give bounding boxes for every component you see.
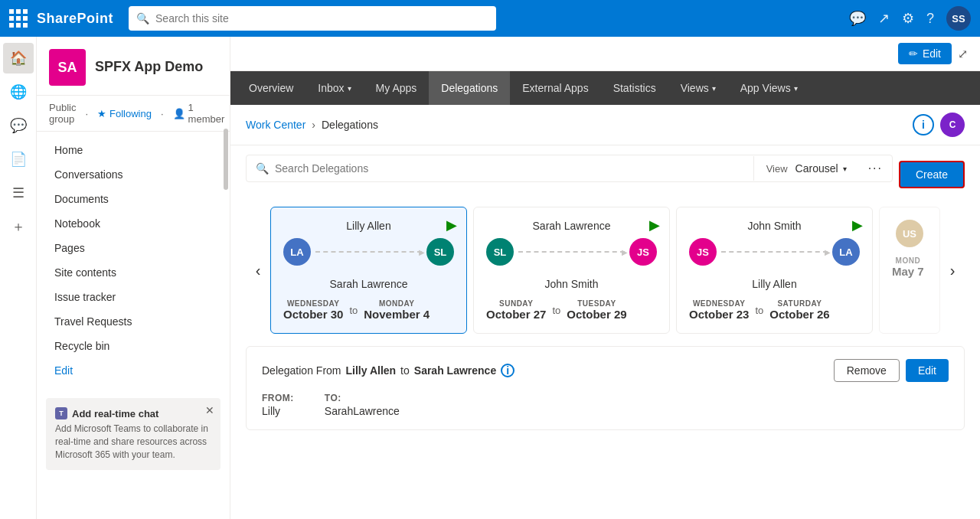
flow-line-2: ▶ — [518, 251, 625, 253]
edit-button[interactable]: ✏ Edit — [898, 43, 952, 64]
card-4-dates: MOND May 7 — [892, 256, 927, 278]
sidebar-item-documents[interactable]: Documents — [37, 187, 230, 211]
share-icon[interactable]: ↗ — [878, 10, 890, 27]
edit-pencil-icon: ✏ — [909, 47, 918, 60]
play-icon-2: ▶ — [649, 217, 660, 233]
user-avatar[interactable]: SS — [946, 6, 971, 31]
delegation-detail: Delegation From Lilly Allen to Sarah Law… — [246, 346, 965, 430]
app-nav: Overview Inbox ▾ My Apps Delegations Ext… — [230, 71, 980, 105]
globe-icon-bar[interactable]: 🌐 — [3, 77, 34, 107]
from-field-value: Lilly — [262, 405, 294, 417]
search-view-bar: 🔍 View Carousel ▾ ··· — [246, 155, 893, 182]
site-title: SPFX App Demo — [95, 59, 203, 76]
nav-external-apps[interactable]: External Apps — [510, 71, 600, 105]
list-icon-bar[interactable]: ☰ — [3, 178, 34, 208]
delegation-flow-2: SL ▶ JS — [486, 238, 657, 266]
expand-icon[interactable]: ⤢ — [958, 47, 968, 61]
help-icon[interactable]: ? — [926, 11, 934, 27]
detail-info-icon[interactable]: i — [501, 364, 514, 377]
card-1-dates: WEDNESDAY October 30 to MONDAY November … — [283, 299, 454, 321]
create-button[interactable]: Create — [899, 161, 965, 188]
sidebar-item-conversations[interactable]: Conversations — [37, 162, 230, 187]
breadcrumb-bar: Work Center › Delegations i C — [230, 105, 980, 145]
sidebar-item-issue-tracker[interactable]: Issue tracker — [37, 285, 230, 309]
icon-bar: 🏠 🌐 💬 📄 ☰ ＋ — [0, 37, 37, 519]
card-3-dates: WEDNESDAY October 23 to SATURDAY October… — [689, 299, 860, 321]
flow-line-1: ▶ — [315, 251, 422, 253]
doc-icon-bar[interactable]: 📄 — [3, 144, 34, 175]
main-topbar: ✏ Edit ⤢ — [230, 37, 980, 71]
sidebar-scrollbar — [224, 129, 228, 190]
detail-actions: Remove Edit — [834, 359, 949, 382]
sidebar-item-notebook[interactable]: Notebook — [37, 211, 230, 236]
sidebar-item-home[interactable]: Home — [37, 138, 230, 162]
chat-icon-bar[interactable]: 💬 — [3, 110, 34, 141]
person-icon: 👤 — [173, 108, 185, 119]
notification-title: T Add real-time chat — [55, 407, 211, 419]
detail-edit-button[interactable]: Edit — [906, 359, 949, 382]
home-icon-bar[interactable]: 🏠 — [3, 43, 34, 73]
following-button[interactable]: ★ Following — [97, 108, 152, 119]
detail-label: Delegation From — [262, 364, 341, 377]
card-2-to: to — [552, 305, 560, 316]
view-dropdown-icon: ▾ — [843, 165, 847, 173]
nav-app-views[interactable]: App Views ▾ — [728, 71, 810, 105]
card-2-start: SUNDAY October 27 — [486, 299, 546, 321]
carousel-right-arrow[interactable]: › — [940, 258, 965, 282]
nav-overview[interactable]: Overview — [237, 71, 305, 105]
card-1-to-name: Sarah Lawrence — [283, 278, 454, 290]
play-icon-3: ▶ — [852, 217, 863, 233]
sidebar-item-site-contents[interactable]: Site contents — [37, 260, 230, 285]
settings-icon[interactable]: ⚙ — [902, 10, 914, 27]
view-selector[interactable]: View Carousel ▾ — [754, 156, 859, 181]
sidebar-item-recycle-bin[interactable]: Recycle bin — [37, 334, 230, 358]
app-views-dropdown-icon: ▾ — [794, 84, 798, 93]
member-info: 👤 1 member — [173, 102, 225, 125]
flow-arrow-1: ▶ — [419, 248, 425, 256]
add-icon-bar[interactable]: ＋ — [3, 211, 34, 242]
notification-close-icon[interactable]: ✕ — [205, 404, 214, 416]
inbox-dropdown-icon: ▾ — [348, 84, 351, 93]
card-3-to-name: Lilly Allen — [689, 278, 860, 290]
sidebar-item-pages[interactable]: Pages — [37, 236, 230, 260]
detail-from: Lilly Allen — [346, 364, 397, 377]
info-icon[interactable]: i — [913, 114, 934, 135]
teams-icon: T — [55, 407, 67, 419]
view-value: Carousel — [795, 162, 838, 175]
nav-my-apps[interactable]: My Apps — [364, 71, 430, 105]
sidebar-notification: ✕ T Add real-time chat Add Microsoft Tea… — [46, 398, 220, 470]
flow-arrow-2: ▶ — [622, 248, 628, 256]
following-label: Following — [109, 108, 152, 119]
delegation-card-2[interactable]: ▶ Sarah Lawrence SL ▶ JS John Smith — [473, 207, 670, 334]
carousel-left-arrow[interactable]: ‹ — [246, 258, 270, 282]
delegations-search-input[interactable] — [275, 162, 744, 175]
breadcrumb: Work Center › Delegations — [246, 119, 378, 131]
top-nav-right: 💬 ↗ ⚙ ? SS — [849, 6, 971, 31]
delegation-card-4[interactable]: US MOND May 7 — [879, 207, 940, 334]
detail-header: Delegation From Lilly Allen to Sarah Law… — [262, 359, 949, 382]
card-2-end: TUESDAY October 29 — [567, 299, 626, 321]
sidebar-item-travel-requests[interactable]: Travel Requests — [37, 309, 230, 334]
more-options-icon[interactable]: ··· — [859, 155, 892, 181]
nav-inbox[interactable]: Inbox ▾ — [305, 71, 363, 105]
card-1-from-name: Lilly Allen — [283, 220, 454, 232]
from-field: From: Lilly — [262, 391, 294, 417]
nav-statistics[interactable]: Statistics — [601, 71, 668, 105]
nav-views[interactable]: Views ▾ — [668, 71, 728, 105]
apps-menu-icon[interactable] — [9, 9, 28, 28]
view-label: View — [766, 163, 788, 175]
nav-delegations[interactable]: Delegations — [429, 71, 510, 105]
breadcrumb-root[interactable]: Work Center — [246, 119, 305, 131]
edit-button-label: Edit — [923, 47, 941, 60]
chat-icon[interactable]: 💬 — [849, 10, 866, 27]
brand-label[interactable]: SharePoint — [37, 11, 113, 27]
site-icon: SA — [49, 49, 86, 86]
remove-button[interactable]: Remove — [834, 359, 900, 382]
notification-body: Add Microsoft Teams to collaborate in re… — [55, 423, 211, 461]
search-input[interactable] — [155, 12, 488, 24]
breadcrumb-current: Delegations — [322, 119, 378, 131]
delegation-card-3[interactable]: ▶ John Smith JS ▶ LA Lilly Allen — [676, 207, 873, 334]
delegation-card-1[interactable]: ▶ Lilly Allen LA ▶ SL Sarah Lawrence — [270, 207, 467, 334]
user-avatar-purple[interactable]: C — [940, 113, 965, 137]
sidebar-edit-link[interactable]: Edit — [37, 358, 230, 383]
